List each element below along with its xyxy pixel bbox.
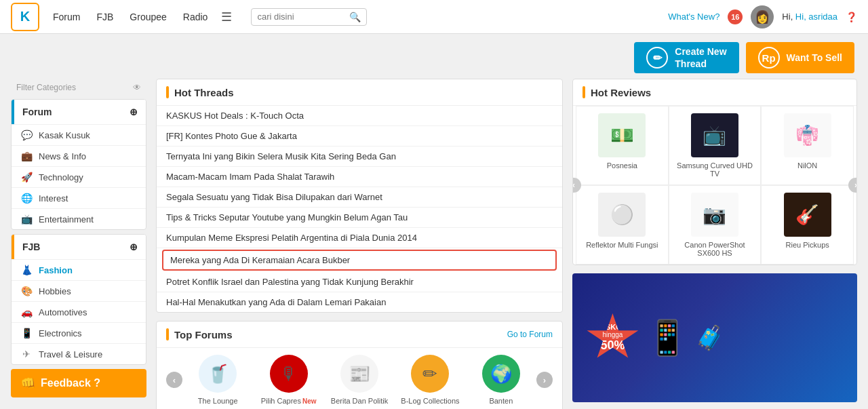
forum-item-4[interactable]: 🌍Banten (466, 355, 536, 405)
forum-name-0: The Lounge (198, 397, 238, 405)
review-image-3: ⚪ (598, 193, 646, 237)
travel-icon: ✈ (21, 349, 32, 359)
header: K Forum FJB Groupee Radio ☰ 🔍 What's New… (0, 0, 868, 34)
fjb-section-header[interactable]: FJB ⊕ (12, 235, 146, 259)
sidebar-item-news-info[interactable]: 💼 News & Info (12, 145, 146, 166)
logo[interactable]: K (11, 3, 39, 31)
sidebar-item-fashion[interactable]: 👗 Fashion (12, 259, 146, 280)
forum-section-header[interactable]: Forum ⊕ (12, 100, 146, 124)
nav-forum[interactable]: Forum (53, 12, 80, 22)
technology-label: Technology (39, 172, 83, 182)
go-to-forum-link[interactable]: Go to Forum (507, 330, 553, 339)
thread-item-5[interactable]: Tips & Tricks Seputar Youtube yang Mungk… (157, 208, 562, 228)
forum-icon-2: 📰 (340, 355, 378, 393)
filter-bar: Filter Categories 👁 (11, 79, 146, 96)
review-image-2: 👘 (784, 113, 831, 157)
thread-item-2[interactable]: Ternyata Ini yang Bikin Selera Musik Kit… (157, 147, 562, 167)
sidebar-item-travel[interactable]: ✈ Travel & Leisure (12, 343, 146, 364)
nav-radio[interactable]: Radio (183, 12, 208, 22)
sidebar-item-kasak-kusuk[interactable]: 💬 Kasak Kusuk (12, 124, 146, 145)
hamburger-icon[interactable]: ☰ (221, 9, 232, 24)
rocket-icon: 🚀 (21, 172, 32, 182)
discount-hingga: hingga (598, 331, 627, 338)
forums-next-button[interactable]: › (536, 372, 553, 388)
discount-badge: DISKON hingga 50% (586, 313, 639, 362)
create-label: Create New Thread (675, 45, 726, 70)
sidebar-item-interest[interactable]: 🌐 Interest (12, 187, 146, 208)
thread-item-4[interactable]: Segala Sesuatu yang Tidak Bisa Dilupakan… (157, 187, 562, 208)
want-to-sell-button[interactable]: Rp Want To Sell (746, 42, 854, 73)
create-thread-button[interactable]: ✏ Create New Thread (634, 42, 738, 73)
suitcase-image: 🧳 (695, 324, 725, 352)
thread-item-3[interactable]: Macam-Macam Imam Pada Shalat Tarawih (157, 167, 562, 187)
forum-icon-4: 🌍 (482, 355, 520, 393)
sidebar-item-hobbies[interactable]: 🎨 Hobbies (12, 280, 146, 301)
forum-item-3[interactable]: ✏B-Log Collections (395, 355, 465, 405)
action-bar: ✏ Create New Thread Rp Want To Sell (0, 34, 868, 79)
review-name-1: Samsung Curved UHD TV (673, 161, 757, 178)
user-greeting: Hi, Hi, asridaa (782, 12, 837, 22)
review-item-4[interactable]: 📷Canon PowerShot SX600 HS (669, 185, 762, 265)
thread-item-6[interactable]: Kumpulan Meme Ekspresi Pelatih Argentina… (157, 228, 562, 248)
thread-item-9[interactable]: Hal-Hal Menakutkan yang Ada di Dalam Lem… (157, 292, 562, 312)
feedback-label: Feedback ? (41, 377, 100, 389)
forum-name-4: Banten (489, 397, 513, 405)
notification-badge[interactable]: 16 (728, 9, 743, 24)
hot-threads-section: Hot Threads KASKUS Hot Deals : K-Touch O… (156, 79, 563, 313)
hot-reviews-section: Hot Reviews ‹ 💵Posnesia📺Samsung Curved U… (572, 79, 857, 265)
discount-label: DISKON (598, 323, 627, 331)
search-bar: 🔍 (251, 8, 367, 26)
thread-item-1[interactable]: [FR] Kontes Photo Gue & Jakarta (157, 126, 562, 147)
forum-item-0[interactable]: 🥤The Lounge (182, 355, 253, 405)
feedback-button[interactable]: 👊 Feedback ? (11, 369, 146, 397)
avatar[interactable]: 👩 (751, 5, 774, 28)
electronics-label: Electronics (39, 328, 82, 338)
help-icon[interactable]: ❓ (846, 12, 857, 22)
fjb-section-label: FJB (22, 241, 40, 252)
sidebar-item-entertainment[interactable]: 📺 Entertainment (12, 208, 146, 229)
review-item-1[interactable]: 📺Samsung Curved UHD TV (669, 106, 762, 185)
hobbies-label: Hobbies (39, 286, 71, 296)
review-item-3[interactable]: ⚪Reflektor Multi Fungsi (576, 185, 669, 265)
search-icon[interactable]: 🔍 (349, 12, 361, 22)
briefcase-icon: 💼 (21, 151, 32, 161)
sidebar-item-electronics[interactable]: 📱 Electronics (12, 322, 146, 343)
forums-list: 🥤The Lounge🎙Pilih CapresNew📰Berita Dan P… (182, 355, 536, 405)
thread-item-7[interactable]: Mereka yang Ada Di Keramaian Acara Bukbe… (162, 250, 557, 271)
filter-icon[interactable]: 👁 (133, 83, 141, 92)
review-name-4: Canon PowerShot SX600 HS (673, 241, 757, 257)
two-col-layout: Hot Threads KASKUS Hot Deals : K-Touch O… (156, 79, 857, 409)
review-name-5: Rieu Pickups (786, 241, 829, 249)
tv-icon: 📺 (21, 214, 32, 225)
forum-item-2[interactable]: 📰Berita Dan Politik (324, 355, 395, 405)
chat-icon: 💬 (21, 130, 32, 140)
top-forums-title-text: Top Forums (174, 329, 233, 340)
sidebar-item-automotives[interactable]: 🚗 Automotives (12, 301, 146, 322)
thread-item-0[interactable]: KASKUS Hot Deals : K-Touch Octa (157, 106, 562, 126)
review-item-5[interactable]: 🎸Rieu Pickups (761, 185, 854, 265)
thread-item-8[interactable]: Potret Konflik Israel dan Palestina yang… (157, 272, 562, 292)
search-input[interactable] (257, 12, 345, 22)
fjb-section: FJB ⊕ 👗 Fashion 🎨 Hobbies 🚗 Automotives … (11, 234, 146, 365)
review-image-1: 📺 (691, 113, 738, 157)
logo-text: K (20, 9, 30, 24)
travel-label: Travel & Leisure (39, 349, 102, 359)
hot-threads-title: Hot Threads (157, 79, 562, 106)
forum-icon-0: 🥤 (199, 355, 237, 393)
hot-threads-title-text: Hot Threads (174, 87, 234, 98)
top-forums-section: Top Forums Go to Forum ‹ 🥤The Lounge🎙Pil… (156, 321, 563, 409)
review-name-2: NilON (797, 161, 817, 170)
review-item-0[interactable]: 💵Posnesia (576, 106, 669, 185)
reviews-wrapper: ‹ 💵Posnesia📺Samsung Curved UHD TV👘NilON⚪… (573, 106, 856, 265)
phone-icon: 📱 (21, 328, 32, 338)
sell-label: Want To Sell (787, 52, 842, 63)
discount-amount: 50% (598, 338, 627, 353)
review-item-2[interactable]: 👘NilON (761, 106, 854, 185)
nav-fjb[interactable]: FJB (96, 12, 113, 22)
sidebar-item-technology[interactable]: 🚀 Technology (12, 166, 146, 187)
nav-groupee[interactable]: Groupee (130, 12, 166, 22)
whats-new-link[interactable]: What's New? (668, 12, 719, 22)
forums-prev-button[interactable]: ‹ (166, 372, 182, 388)
forum-item-1[interactable]: 🎙Pilih CapresNew (253, 355, 323, 405)
fashion-label: Fashion (39, 265, 73, 275)
